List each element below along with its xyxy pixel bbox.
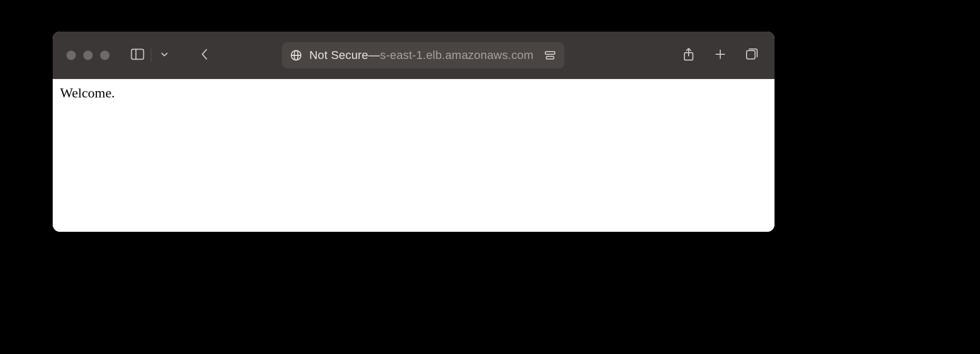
chevron-left-icon: [200, 47, 209, 63]
svg-rect-11: [747, 51, 755, 59]
globe-icon: [290, 50, 302, 61]
svg-rect-6: [546, 56, 554, 59]
new-tab-button[interactable]: [711, 46, 729, 64]
reader-mode-icon[interactable]: [544, 50, 556, 61]
sidebar-icon: [131, 48, 144, 62]
window-controls: [66, 51, 110, 60]
tab-group-menu-button[interactable]: [155, 46, 173, 64]
security-status-label: Not Secure: [309, 48, 368, 62]
page-content: Welcome.: [53, 79, 775, 232]
address-text: Not Secure — s-east-1.elb.amazonaws.com: [309, 48, 534, 62]
tab-overview-icon: [745, 47, 759, 63]
svg-rect-5: [545, 52, 555, 54]
toolbar-divider: [151, 48, 151, 62]
toolbar-right: [680, 46, 761, 64]
svg-rect-0: [132, 50, 144, 60]
traffic-zoom-icon[interactable]: [100, 51, 110, 60]
back-button[interactable]: [195, 46, 213, 64]
toolbar-left: [129, 46, 213, 64]
address-bar[interactable]: Not Secure — s-east-1.elb.amazonaws.com: [282, 42, 564, 68]
traffic-close-icon[interactable]: [66, 51, 76, 60]
sidebar-toggle-button[interactable]: [129, 46, 146, 64]
browser-window: Not Secure — s-east-1.elb.amazonaws.com: [53, 32, 775, 232]
share-icon: [682, 47, 695, 64]
chevron-down-icon: [160, 50, 169, 61]
titlebar: Not Secure — s-east-1.elb.amazonaws.com: [53, 32, 775, 79]
page-body-text: Welcome.: [60, 85, 115, 101]
address-host: s-east-1.elb.amazonaws.com: [380, 48, 533, 62]
share-button[interactable]: [680, 46, 698, 64]
address-separator: —: [368, 48, 380, 62]
traffic-minimize-icon[interactable]: [83, 51, 93, 60]
tab-overview-button[interactable]: [743, 46, 761, 64]
plus-icon: [714, 48, 727, 63]
